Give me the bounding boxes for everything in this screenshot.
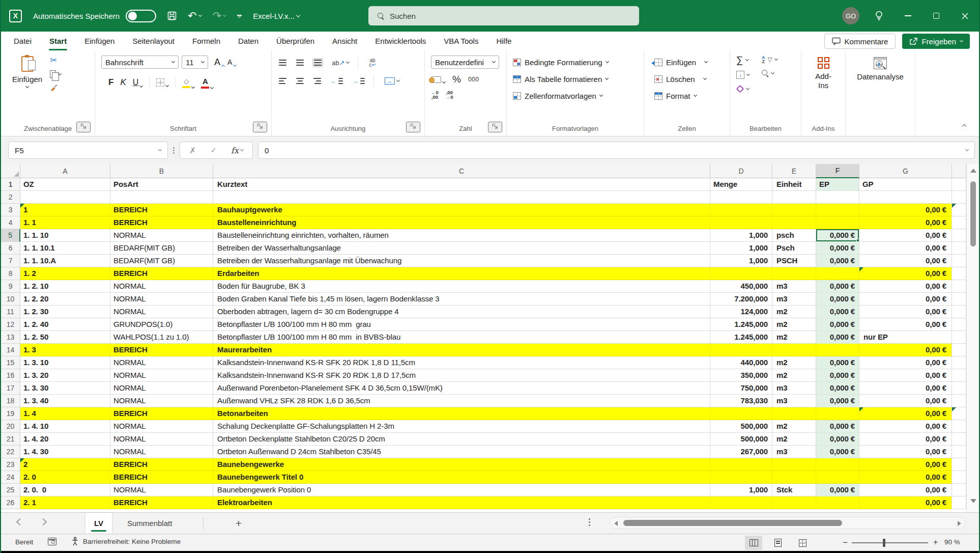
row-header-2[interactable]: 2 xyxy=(1,191,20,204)
cell-D9[interactable]: 450,000 xyxy=(710,280,772,293)
row-header-26[interactable]: 26 xyxy=(1,496,20,509)
cell-H18[interactable] xyxy=(952,395,966,407)
cell-A1[interactable]: OZ xyxy=(20,178,110,191)
cell-styles-button[interactable]: Zellenformatvorlagen xyxy=(513,89,602,102)
cell-A25[interactable]: 2. 0. 0 xyxy=(20,484,110,496)
row-header-15[interactable]: 15 xyxy=(1,356,20,369)
cell-F2[interactable] xyxy=(816,191,859,204)
menu-tab-seitenlayout[interactable]: Seitenlayout xyxy=(132,32,175,50)
merge-center-button[interactable]: ↔ xyxy=(384,76,400,86)
cell-D5[interactable]: 1,000 xyxy=(710,229,772,242)
cell-E12[interactable]: m2 xyxy=(772,318,816,331)
cell-H21[interactable] xyxy=(952,433,966,446)
cell-H22[interactable] xyxy=(952,446,966,458)
decrease-font-button[interactable]: A xyxy=(227,58,236,66)
cell-B19[interactable]: BEREICH xyxy=(110,407,213,420)
cell-F20[interactable]: 0,000 € xyxy=(816,420,859,433)
tabbar-overflow-button[interactable] xyxy=(589,518,590,526)
row-header-16[interactable]: 16 xyxy=(1,369,20,382)
cell-H23[interactable] xyxy=(952,458,966,471)
cell-F7[interactable]: 0,000 € xyxy=(816,255,859,267)
cell-B8[interactable]: BEREICH xyxy=(110,267,213,280)
format-painter-button[interactable] xyxy=(50,84,58,92)
cell-B16[interactable]: NORMAL xyxy=(110,369,213,382)
cell-E14[interactable] xyxy=(772,344,816,356)
cell-C20[interactable]: Schalung Deckenplatte GF-Schalungsplatte… xyxy=(213,420,710,433)
cell-B6[interactable]: BEDARF(MIT GB) xyxy=(110,242,213,255)
borders-button[interactable] xyxy=(156,78,168,87)
format-as-table-button[interactable]: Als Tabelle formatieren xyxy=(513,72,608,86)
cell-G9[interactable]: 0,00 € xyxy=(859,280,952,293)
cell-H5[interactable] xyxy=(952,229,966,242)
cell-A23[interactable]: 2 xyxy=(20,458,110,471)
cell-H1[interactable] xyxy=(952,178,966,191)
cell-A12[interactable]: 1. 2. 40 xyxy=(20,318,110,331)
cell-C12[interactable]: Betonpflaster L/B 100/100 mm H 80 mm gra… xyxy=(213,318,710,331)
cell-A4[interactable]: 1. 1 xyxy=(20,216,110,229)
cell-D24[interactable] xyxy=(710,471,772,484)
cell-G26[interactable]: 0,00 € xyxy=(859,496,952,509)
cell-B17[interactable]: NORMAL xyxy=(110,382,213,395)
cell-B4[interactable]: BEREICH xyxy=(110,216,213,229)
clipboard-dialog-launcher[interactable] xyxy=(76,122,91,132)
cell-G16[interactable]: 0,00 € xyxy=(859,369,952,382)
delete-cells-button[interactable]: × Löschen xyxy=(654,72,706,86)
cell-E6[interactable]: Psch xyxy=(772,242,816,255)
cell-C26[interactable]: Elektroarbeiten xyxy=(213,496,710,509)
cell-F9[interactable]: 0,000 € xyxy=(816,280,859,293)
cell-G12[interactable]: 0,00 € xyxy=(859,318,952,331)
cell-A6[interactable]: 1. 1. 10.1 xyxy=(20,242,110,255)
conditional-formatting-button[interactable]: Bedingte Formatierung xyxy=(513,56,609,69)
row-header-3[interactable]: 3 xyxy=(1,204,20,216)
row-header-17[interactable]: 17 xyxy=(1,382,20,395)
cell-B25[interactable]: NORMAL xyxy=(110,484,213,496)
cell-D13[interactable]: 1.245,000 xyxy=(710,331,772,344)
cell-G13[interactable]: nur EP xyxy=(859,331,952,344)
cell-B11[interactable]: NORMAL xyxy=(110,306,213,318)
cell-A15[interactable]: 1. 3. 10 xyxy=(20,356,110,369)
horizontal-scrollbar[interactable] xyxy=(610,517,966,529)
row-header-9[interactable]: 9 xyxy=(1,280,20,293)
cell-G18[interactable]: 0,00 € xyxy=(859,395,952,407)
comments-button[interactable]: Kommentare xyxy=(824,34,896,49)
cell-F15[interactable]: 0,000 € xyxy=(816,356,859,369)
row-header-7[interactable]: 7 xyxy=(1,255,20,267)
cell-A10[interactable]: 1. 2. 20 xyxy=(20,293,110,306)
cell-G14[interactable]: 0,00 € xyxy=(859,344,952,356)
column-header-B[interactable]: B xyxy=(110,164,213,178)
cell-E26[interactable] xyxy=(772,496,816,509)
cell-B18[interactable]: NORMAL xyxy=(110,395,213,407)
autosave-toggle[interactable] xyxy=(126,10,156,22)
insert-cells-button[interactable]: Einfügen xyxy=(654,56,707,69)
select-all-corner[interactable] xyxy=(1,164,20,178)
align-middle-button[interactable] xyxy=(295,59,305,67)
cell-F8[interactable] xyxy=(816,267,859,280)
row-header-25[interactable]: 25 xyxy=(1,484,20,496)
cell-A16[interactable]: 1. 3. 20 xyxy=(20,369,110,382)
column-header-G[interactable]: G xyxy=(859,164,952,178)
cell-C24[interactable]: Baunebengewerk Titel 0 xyxy=(213,471,710,484)
cell-B13[interactable]: WAHLPOS(1.1 zu 1.0) xyxy=(110,331,213,344)
cell-A18[interactable]: 1. 3. 40 xyxy=(20,395,110,407)
row-header-19[interactable]: 19 xyxy=(1,407,20,420)
cell-B2[interactable] xyxy=(110,191,213,204)
cell-D18[interactable]: 783,030 xyxy=(710,395,772,407)
cell-B22[interactable]: NORMAL xyxy=(110,446,213,458)
cell-C8[interactable]: Erdarbeiten xyxy=(213,267,710,280)
cell-E9[interactable]: m3 xyxy=(772,280,816,293)
cell-B23[interactable]: BEREICH xyxy=(110,458,213,471)
cell-A13[interactable]: 1. 2. 50 xyxy=(20,331,110,344)
sheet-tab-summenblatt[interactable]: Summenblatt xyxy=(121,513,197,534)
cell-A11[interactable]: 1. 2. 30 xyxy=(20,306,110,318)
menu-tab-formeln[interactable]: Formeln xyxy=(192,32,221,50)
cell-G22[interactable]: 0,00 € xyxy=(859,446,952,458)
format-cells-button[interactable]: Format xyxy=(654,89,697,102)
cell-H17[interactable] xyxy=(952,382,966,395)
find-select-button[interactable] xyxy=(762,70,777,77)
cell-H24[interactable] xyxy=(952,471,966,484)
paste-button[interactable]: Einfügen xyxy=(9,56,45,88)
cell-F14[interactable] xyxy=(816,344,859,356)
cell-F22[interactable]: 0,000 € xyxy=(816,446,859,458)
menu-tab-daten[interactable]: Daten xyxy=(238,32,259,50)
autosum-button[interactable]: ∑ xyxy=(736,56,750,65)
